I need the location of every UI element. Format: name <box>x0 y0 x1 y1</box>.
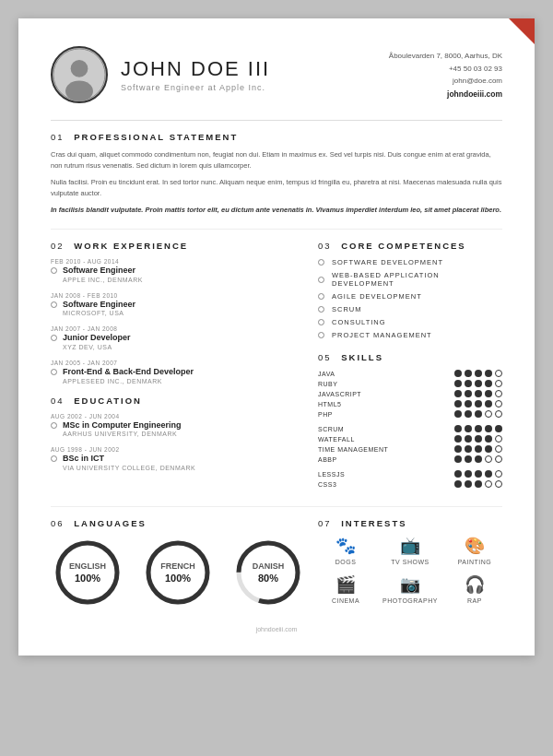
skill-name: JAVASCRIPT <box>318 391 392 397</box>
skill-dot-filled <box>475 410 482 418</box>
email: john@doe.com <box>389 75 502 88</box>
skill-dot-filled <box>485 425 492 432</box>
skill-dot-filled <box>454 480 462 488</box>
skills-title: SKILLS <box>341 352 383 362</box>
skill-dot-filled <box>475 370 482 377</box>
skill-dot-filled <box>454 390 462 397</box>
skill-group: JAVA RUBY JAVASCRIPT HTML5 PHP <box>318 370 502 418</box>
job-title: Software Engineer at Apple Inc. <box>121 83 270 92</box>
skill-dot-filled <box>465 390 472 397</box>
work-experience-title: WORK EXPERIENCE <box>74 241 188 251</box>
skill-dot-empty <box>485 480 492 488</box>
skill-name: WATEFALL <box>318 436 392 443</box>
competence-circle <box>318 277 324 283</box>
competence-circle <box>318 293 324 300</box>
skill-dot-filled <box>475 435 482 443</box>
competence-item: WEB-BASED APPLICATION DEVELOPMENT <box>318 271 502 288</box>
skill-dot-filled <box>454 435 462 443</box>
skill-dot-filled <box>454 400 462 408</box>
skill-dot-filled <box>475 425 482 432</box>
skill-dots <box>454 480 502 488</box>
skill-dot-filled <box>465 470 472 478</box>
exp-content: Junior Developer XYZ DEV, USA <box>63 333 131 350</box>
bullet-circle <box>51 267 57 274</box>
section-number-01: 01 <box>51 132 65 142</box>
work-experience-item: FEB 2010 - AUG 2014 Software Engineer AP… <box>51 258 300 283</box>
skill-dot-empty <box>495 480 502 488</box>
header-contact: Åboulevarden 7, 8000, Aarhus, DK +45 50 … <box>389 46 502 100</box>
interest-icon: 🐾 <box>335 536 356 556</box>
core-competences-section: 03 CORE COMPETENCES SOFTWARE DEVELOPMENT… <box>318 241 502 339</box>
skill-dot-filled <box>485 390 492 397</box>
education-title: EDUCATION <box>74 396 142 406</box>
section-number-05: 05 <box>318 352 332 362</box>
edu-company: VIA UNIVERSITY COLLEGE, DENMARK <box>63 465 195 471</box>
bullet-circle <box>51 369 57 375</box>
interest-label: DOGS <box>335 559 357 565</box>
edu-content: MSc in Computer Engineering AARHUS UNIVE… <box>63 420 182 438</box>
exp-date: JAN 2008 - FEB 2010 <box>51 292 300 299</box>
skills-heading: 05 SKILLS <box>318 352 502 362</box>
skills-section: 05 SKILLS JAVA RUBY JAVASCRIPT HTML5 PHP… <box>318 352 502 488</box>
skill-dot-empty <box>495 390 502 397</box>
exp-company: MICROSOFT, USA <box>63 310 135 316</box>
skill-dot-filled <box>454 455 462 463</box>
interest-label: TV SHOWS <box>391 559 429 565</box>
language-item: ENGLISH 100% <box>51 536 124 609</box>
skill-dot-filled <box>454 425 462 432</box>
skill-dot-filled <box>454 470 462 478</box>
skill-dots <box>454 470 502 478</box>
language-name: DANISH <box>253 561 285 571</box>
phone: +45 50 03 02 93 <box>389 63 502 76</box>
avatar <box>51 46 108 103</box>
skill-dots <box>454 410 502 418</box>
skill-dot-empty <box>485 410 492 418</box>
svg-point-2 <box>65 81 93 101</box>
interest-icon: 🎨 <box>465 536 485 556</box>
education-heading: 04 EDUCATION <box>51 396 300 406</box>
section-number-06: 06 <box>51 518 65 528</box>
header-left: JOHN DOE III Software Engineer at Apple … <box>51 46 270 103</box>
skill-dot-filled <box>465 370 472 377</box>
competence-label: PROJECT MANAGEMENT <box>332 331 432 339</box>
competence-item: PROJECT MANAGEMENT <box>318 331 502 339</box>
language-circle-svg: DANISH 80% <box>231 536 305 609</box>
skill-dot-filled <box>465 425 472 432</box>
skill-dot-filled <box>465 410 472 418</box>
exp-content: Front-End & Back-End Developer APPLESEED… <box>63 367 194 384</box>
professional-statement-section: 01 PROFESSIONAL STATEMENT Cras dui quam,… <box>51 132 502 216</box>
statement-para3: In facilisis blandit vulputate. Proin ma… <box>51 205 502 216</box>
interest-icon: 📷 <box>400 574 420 595</box>
language-name: ENGLISH <box>69 561 106 571</box>
interest-item: 🎨 PAINTING <box>447 536 502 565</box>
skill-dot-filled <box>475 455 482 463</box>
resume-page: JOHN DOE III Software Engineer at Apple … <box>18 18 535 656</box>
language-percent: 80% <box>258 573 278 584</box>
skill-dot-empty <box>495 455 502 463</box>
exp-company: XYZ DEV, USA <box>63 344 131 350</box>
skill-dot-empty <box>495 380 502 387</box>
education-item: AUG 2002 - JUN 2004 MSc in Computer Engi… <box>51 413 300 438</box>
work-experience-item: JAN 2005 - JAN 2007 Front-End & Back-End… <box>51 360 300 384</box>
skill-dot-filled <box>475 470 482 478</box>
skill-dot-filled <box>495 425 502 432</box>
right-column: 03 CORE COMPETENCES SOFTWARE DEVELOPMENT… <box>318 241 502 495</box>
skill-row: ABBP <box>318 455 502 463</box>
exp-company: APPLE INC., DENMARK <box>63 277 143 283</box>
skill-group: SCRUM WATEFALL TIME MANAGEMENT ABBP <box>318 425 502 463</box>
professional-statement-title: PROFESSIONAL STATEMENT <box>74 132 238 142</box>
skill-dot-filled <box>485 470 492 478</box>
skill-dots <box>454 425 502 432</box>
skill-dot-empty <box>495 410 502 418</box>
language-name: FRENCH <box>160 561 195 571</box>
skill-dot-filled <box>465 455 472 463</box>
competence-circle <box>318 332 324 338</box>
skill-dots <box>454 435 502 443</box>
skill-name: LESSJS <box>318 471 392 478</box>
interests-section: 07 INTERESTS 🐾 DOGS 📺 TV SHOWS 🎨 PAINTIN… <box>318 518 502 609</box>
work-experience-item: JAN 2008 - FEB 2010 Software Engineer MI… <box>51 292 300 317</box>
skill-name: ABBP <box>318 456 392 463</box>
professional-statement-heading: 01 PROFESSIONAL STATEMENT <box>51 132 502 142</box>
header-name-block: JOHN DOE III Software Engineer at Apple … <box>121 57 270 92</box>
exp-title: Software Engineer <box>63 300 135 311</box>
